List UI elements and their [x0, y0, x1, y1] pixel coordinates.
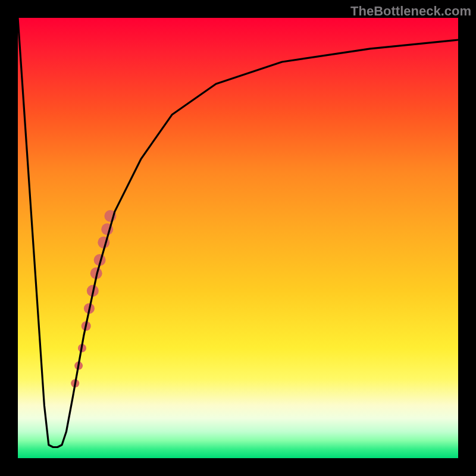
bottleneck-curve	[18, 18, 458, 447]
plot-area	[18, 18, 458, 458]
chart-container: TheBottleneck.com	[0, 0, 476, 476]
highlight-dots	[71, 210, 116, 387]
chart-svg	[18, 18, 458, 458]
watermark-text: TheBottleneck.com	[350, 4, 471, 19]
